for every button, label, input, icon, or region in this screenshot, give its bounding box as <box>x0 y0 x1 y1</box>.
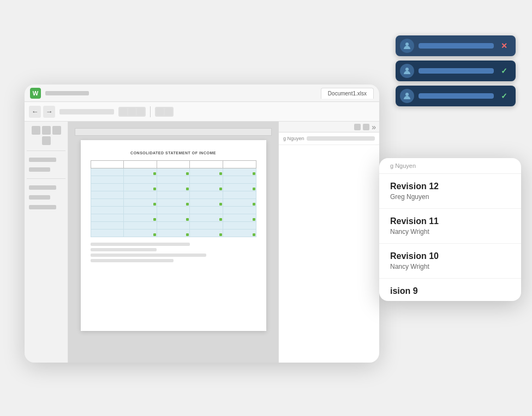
right-panel-header: » <box>279 122 379 132</box>
td-7-4 <box>190 214 223 222</box>
td-6-3 <box>157 207 190 214</box>
revision-number-12: Revision 12 <box>390 182 510 191</box>
revision-popup: g Nguyen Revision 12 Greg Nguyen Revisio… <box>379 158 521 301</box>
td-6-5 <box>223 207 256 214</box>
panel-ctrl-1[interactable] <box>354 124 361 130</box>
doc-line-4 <box>91 259 174 262</box>
td-2-3 <box>157 176 190 184</box>
sidebar-tool-1[interactable] <box>32 126 40 135</box>
table-row <box>91 230 256 237</box>
window-toolbar: ← → <box>25 102 379 122</box>
td-8-4 <box>190 222 223 230</box>
view-btn-1[interactable] <box>156 108 164 116</box>
sidebar-tool-4[interactable] <box>42 136 51 145</box>
window-title <box>45 91 316 95</box>
sidebar-item-2 <box>29 167 50 172</box>
td-4-4 <box>190 191 223 199</box>
window-tab[interactable]: Document1.xlsx <box>321 88 374 99</box>
sidebar-tools <box>27 126 65 145</box>
td-9-2 <box>124 230 157 237</box>
table-header-row <box>91 161 256 168</box>
td-9-4 <box>190 230 223 237</box>
undo-button[interactable]: ← <box>29 106 41 118</box>
th-col-2 <box>124 161 157 168</box>
th-col-4 <box>190 161 223 168</box>
td-1-5 <box>223 168 256 176</box>
td-3-5 <box>223 184 256 191</box>
action-check-button-2[interactable]: ✓ <box>498 90 510 102</box>
revision-number-11: Revision 11 <box>390 216 510 226</box>
svg-point-0 <box>405 43 409 46</box>
avatar-2 <box>400 64 414 78</box>
td-8-5 <box>223 222 256 230</box>
table-row <box>91 191 256 199</box>
redo-button[interactable]: → <box>43 106 55 118</box>
app-background: W Document1.xlsx ← → <box>0 0 532 416</box>
sidebar-item-4 <box>29 195 50 200</box>
svg-point-1 <box>405 68 409 71</box>
td-1-4 <box>190 168 223 176</box>
td-6-1 <box>91 207 124 214</box>
revision-item-11[interactable]: Revision 11 Nancy Wright <box>379 209 521 244</box>
td-7-5 <box>223 214 256 222</box>
user-cards: ✕ ✓ ✓ <box>396 35 516 106</box>
doc-line-1 <box>91 243 190 246</box>
th-col-3 <box>157 161 190 168</box>
sidebar-tool-3[interactable] <box>52 126 61 135</box>
revision-author-10: Nancy Wright <box>390 263 510 270</box>
format-btn-2[interactable] <box>128 108 136 116</box>
document-title: CONSOLIDATED STATEMENT OF INCOME <box>91 151 256 155</box>
window-content: CONSOLIDATED STATEMENT OF INCOME <box>25 122 379 363</box>
revision-panel-top: g Nguyen <box>279 132 379 145</box>
doc-line-2 <box>91 248 157 251</box>
table-row <box>91 184 256 191</box>
panel-expand-icon[interactable]: » <box>372 123 376 131</box>
action-x-button[interactable]: ✕ <box>498 40 510 52</box>
action-check-button-1[interactable]: ✓ <box>498 65 510 77</box>
td-5-3 <box>157 199 190 207</box>
ruler <box>75 128 272 136</box>
revision-panel-content: g Nguyen <box>279 132 379 363</box>
th-col-1 <box>91 161 124 168</box>
format-btn-1[interactable] <box>119 108 127 116</box>
td-2-1 <box>91 176 124 184</box>
window-titlebar: W Document1.xlsx <box>25 85 379 102</box>
laptop-frame: W Document1.xlsx ← → <box>25 85 379 363</box>
sidebar-tool-2[interactable] <box>42 126 51 135</box>
td-9-3 <box>157 230 190 237</box>
th-col-5 <box>223 161 256 168</box>
revision-item-9[interactable]: ision 9 <box>379 279 521 301</box>
td-5-5 <box>223 199 256 207</box>
sidebar-item-1 <box>29 158 56 162</box>
right-panel: » g Nguyen <box>278 122 379 363</box>
td-1-3 <box>157 168 190 176</box>
revision-author-top: g Nguyen <box>390 162 510 169</box>
revision-item-10[interactable]: Revision 10 Nancy Wright <box>379 244 521 279</box>
td-2-5 <box>223 176 256 184</box>
view-btn-2[interactable] <box>165 108 172 116</box>
doc-line-3 <box>91 254 207 257</box>
svg-point-2 <box>405 93 409 96</box>
td-9-5 <box>223 230 256 237</box>
avatar-1 <box>400 39 414 53</box>
td-2-4 <box>190 176 223 184</box>
revision-number-10: Revision 10 <box>390 251 510 261</box>
td-1-1 <box>91 168 124 176</box>
td-5-1 <box>91 199 124 207</box>
revision-item-12[interactable]: Revision 12 Greg Nguyen <box>379 174 521 209</box>
user-card-3[interactable]: ✓ <box>396 86 516 106</box>
panel-ctrl-2[interactable] <box>363 124 369 130</box>
format-btn-3[interactable] <box>137 108 145 116</box>
td-3-1 <box>91 184 124 191</box>
td-6-2 <box>124 207 157 214</box>
user-card-1[interactable]: ✕ <box>396 35 516 56</box>
td-4-3 <box>157 191 190 199</box>
td-7-2 <box>124 214 157 222</box>
revision-panel-bar <box>307 136 375 141</box>
user-card-2[interactable]: ✓ <box>396 61 516 81</box>
revision-author-12: Greg Nguyen <box>390 193 510 201</box>
table-row <box>91 214 256 222</box>
toolbar-group-2 <box>155 107 174 117</box>
td-4-2 <box>124 191 157 199</box>
doc-lines <box>91 243 256 262</box>
